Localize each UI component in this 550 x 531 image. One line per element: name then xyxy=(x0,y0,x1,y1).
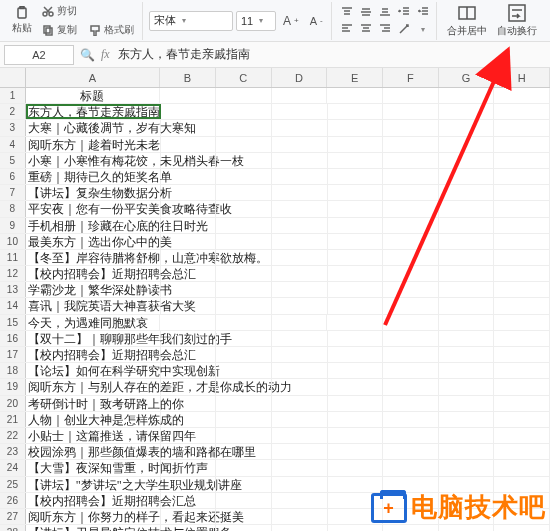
row-header[interactable]: 27 xyxy=(0,509,26,524)
cell[interactable] xyxy=(216,218,272,233)
cell[interactable] xyxy=(272,169,328,184)
cell[interactable] xyxy=(439,347,495,362)
cell[interactable] xyxy=(272,396,328,411)
cell[interactable] xyxy=(272,363,328,378)
align-middle-button[interactable] xyxy=(357,4,375,20)
cell[interactable] xyxy=(439,412,495,427)
cell[interactable] xyxy=(328,218,384,233)
cell[interactable] xyxy=(161,331,217,346)
cell[interactable] xyxy=(272,250,328,265)
align-right-button[interactable] xyxy=(376,21,394,37)
cell[interactable] xyxy=(328,460,384,475)
cell[interactable] xyxy=(439,298,495,313)
align-center-button[interactable] xyxy=(357,21,375,37)
cell[interactable] xyxy=(494,120,550,135)
cell[interactable] xyxy=(272,347,328,362)
cell[interactable]: 平安夜｜您有一份平安美食攻略待查收 xyxy=(26,201,161,216)
select-all-corner[interactable] xyxy=(0,68,26,87)
row-header[interactable]: 12 xyxy=(0,266,26,281)
font-name-select[interactable]: 宋体▾ xyxy=(149,11,233,31)
cell[interactable] xyxy=(383,169,439,184)
decrease-font-button[interactable]: A- xyxy=(306,13,327,29)
cell[interactable] xyxy=(160,88,216,103)
column-header[interactable]: H xyxy=(494,68,550,87)
cell[interactable] xyxy=(272,137,328,152)
cell[interactable] xyxy=(272,331,328,346)
row-header[interactable]: 24 xyxy=(0,460,26,475)
cell[interactable] xyxy=(328,234,384,249)
cell[interactable] xyxy=(383,315,439,330)
cell[interactable] xyxy=(383,331,439,346)
cell[interactable] xyxy=(161,185,217,200)
cell[interactable] xyxy=(383,396,439,411)
cell[interactable] xyxy=(328,379,384,394)
cell[interactable]: 【讲坛】"梦讲坛"之大学生职业规划讲座 xyxy=(26,477,161,492)
cell[interactable]: 重磅｜期待已久的矩奖名单 xyxy=(26,169,161,184)
row-header[interactable]: 5 xyxy=(0,153,26,168)
cell[interactable] xyxy=(272,460,328,475)
cell[interactable] xyxy=(439,185,495,200)
row-header[interactable]: 25 xyxy=(0,477,26,492)
cell[interactable] xyxy=(161,444,217,459)
cell[interactable] xyxy=(216,120,272,135)
cell[interactable] xyxy=(383,460,439,475)
cell[interactable] xyxy=(439,250,495,265)
cell[interactable] xyxy=(494,412,550,427)
row-header[interactable]: 28 xyxy=(0,525,26,531)
cell[interactable]: 阅听东方｜趁着时光未老 xyxy=(26,137,161,152)
cell[interactable]: 【大雪】夜深知雪重，时闻折竹声 xyxy=(26,460,161,475)
cell[interactable] xyxy=(383,234,439,249)
cell[interactable]: 【冬至】岸容待腊将舒柳，山意冲寒欲放梅。 xyxy=(26,250,161,265)
cell[interactable]: 考研倒计时｜致考研路上的你 xyxy=(26,396,161,411)
cell[interactable] xyxy=(494,379,550,394)
cell[interactable] xyxy=(216,104,272,119)
row-header[interactable]: 9 xyxy=(0,218,26,233)
cell[interactable] xyxy=(383,104,439,119)
cell[interactable] xyxy=(272,428,328,443)
cell[interactable] xyxy=(216,201,272,216)
cell[interactable] xyxy=(383,363,439,378)
cell[interactable] xyxy=(439,444,495,459)
cell[interactable] xyxy=(494,525,550,531)
cell[interactable] xyxy=(439,525,495,531)
column-header[interactable]: C xyxy=(216,68,272,87)
cell[interactable] xyxy=(439,331,495,346)
cell[interactable] xyxy=(160,315,216,330)
cell[interactable] xyxy=(216,525,272,531)
cell[interactable] xyxy=(272,104,328,119)
font-size-select[interactable]: 11▾ xyxy=(236,11,276,31)
cell[interactable]: 小贴士｜这篇推送，请保留四年 xyxy=(26,428,161,443)
cell[interactable] xyxy=(439,218,495,233)
cell[interactable] xyxy=(383,137,439,152)
cell[interactable] xyxy=(216,315,272,330)
cell[interactable] xyxy=(383,379,439,394)
cell[interactable] xyxy=(161,234,217,249)
cell[interactable] xyxy=(439,234,495,249)
cell[interactable] xyxy=(272,412,328,427)
cell[interactable] xyxy=(272,525,328,531)
row-header[interactable]: 8 xyxy=(0,201,26,216)
format-painter-button[interactable]: 格式刷 xyxy=(85,21,138,39)
increase-indent-button[interactable] xyxy=(414,4,432,20)
cell[interactable] xyxy=(327,88,383,103)
cell[interactable] xyxy=(216,444,272,459)
cell[interactable] xyxy=(328,363,384,378)
paste-button[interactable]: 粘贴 xyxy=(8,4,36,37)
orientation-dropdown[interactable]: ▾ xyxy=(414,21,432,37)
cell[interactable] xyxy=(494,428,550,443)
cell[interactable] xyxy=(383,525,439,531)
name-box[interactable]: A2 xyxy=(4,45,74,65)
cell[interactable] xyxy=(494,315,550,330)
cell[interactable] xyxy=(216,234,272,249)
row-header[interactable]: 17 xyxy=(0,347,26,362)
row-header[interactable]: 7 xyxy=(0,185,26,200)
cell[interactable] xyxy=(272,298,328,313)
cell[interactable] xyxy=(272,88,328,103)
cell[interactable]: 【讲坛】卫星导航定位技术与位置服务 xyxy=(26,525,161,531)
cell[interactable] xyxy=(494,185,550,200)
cell[interactable] xyxy=(328,266,384,281)
cell[interactable] xyxy=(216,88,272,103)
row-header[interactable]: 6 xyxy=(0,169,26,184)
cell[interactable] xyxy=(216,169,272,184)
cell[interactable] xyxy=(494,218,550,233)
